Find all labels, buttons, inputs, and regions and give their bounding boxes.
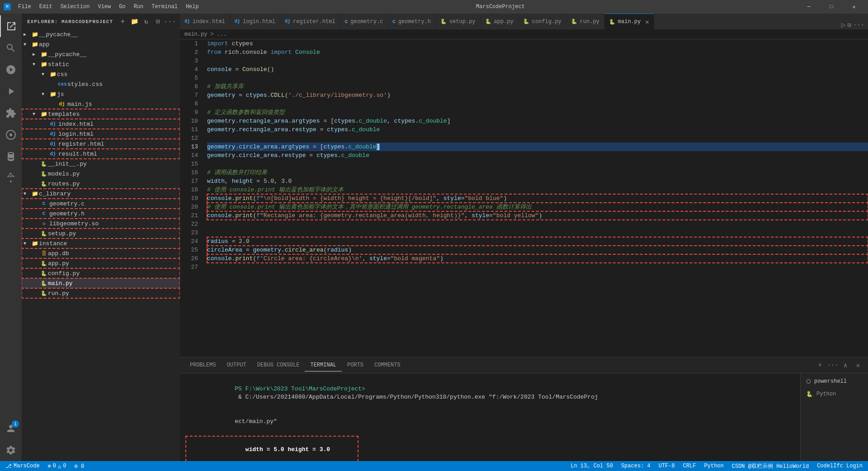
tree-item-init-py[interactable]: 🐍 __init__.py	[22, 159, 180, 169]
menu-selection[interactable]: Selection	[57, 3, 94, 11]
tree-item-models-py[interactable]: 🐍 models.py	[22, 169, 180, 179]
status-branch[interactable]: ⎇ MarsCode	[4, 461, 42, 471]
minimize-button[interactable]: ─	[798, 0, 819, 14]
menu-view[interactable]: View	[94, 3, 114, 11]
ln-9: 9	[180, 108, 198, 117]
terminal-list-powershell[interactable]: ⬡ powershell	[801, 375, 868, 388]
tree-item-geometry-h[interactable]: C geometry.h	[22, 209, 180, 219]
tree-item-run-py[interactable]: 🐍 run.py	[22, 288, 180, 298]
tree-item-templates[interactable]: ▼ 📁 templates	[22, 109, 180, 119]
activity-database[interactable]	[0, 146, 22, 167]
activity-search[interactable]	[0, 37, 22, 59]
activity-source-control[interactable]	[0, 59, 22, 81]
tree-item-js[interactable]: ▼ 📁 js	[22, 89, 180, 99]
activity-settings[interactable]	[0, 439, 22, 461]
maximize-button[interactable]: □	[821, 0, 842, 14]
maximize-panel-button[interactable]: ∧	[840, 360, 851, 371]
tree-item-instance[interactable]: ▼ 📁 instance	[22, 238, 180, 248]
tree-item-app-py[interactable]: 🐍 app.py	[22, 258, 180, 268]
panel-tab-output[interactable]: OUTPUT	[222, 359, 252, 371]
tree-item-styles-css[interactable]: css styles.css	[22, 79, 180, 89]
panel-tab-debug-console[interactable]: DEBUG CONSOLE	[252, 359, 305, 371]
new-file-button[interactable]: +	[118, 17, 127, 26]
tab-main-py[interactable]: 🐍 main.py ✕	[604, 14, 654, 29]
status-info[interactable]: ⚙ 0	[72, 461, 86, 471]
terminal-list-python[interactable]: 🐍 Python	[801, 388, 868, 400]
tab-geometry-h[interactable]: C geometry.h	[388, 14, 436, 29]
panel-tab-problems[interactable]: PROBLEMS	[184, 359, 222, 371]
status-codelifc[interactable]: CodelIfc Login	[815, 461, 864, 471]
refresh-button[interactable]: ↻	[142, 17, 151, 26]
status-cursor-pos[interactable]: Ln 13, Col 50	[569, 461, 615, 471]
menu-file[interactable]: File	[14, 3, 35, 11]
close-panel-button[interactable]: ✕	[853, 360, 863, 371]
activity-run-debug[interactable]	[0, 81, 22, 102]
tree-item-app-pycache[interactable]: ▶ 📁 __pycache__	[22, 49, 180, 59]
tree-item-pycache[interactable]: ▶ 📁 __pycache__	[22, 29, 180, 39]
menu-run[interactable]: Run	[130, 3, 147, 11]
tree-item-config-py[interactable]: 🐍 config.py	[22, 268, 180, 278]
tab-geometry-c[interactable]: C geometry.c	[340, 14, 388, 29]
run-button[interactable]: ▷	[841, 20, 846, 29]
tree-item-main-py[interactable]: 🐍 main.py	[22, 278, 180, 288]
ln-27: 27	[180, 263, 198, 271]
tree-item-c-library[interactable]: ▼ 📁 c_library	[22, 189, 180, 199]
split-editor-button[interactable]: ⊟	[847, 21, 851, 29]
file-label: css	[57, 71, 67, 78]
tab-login-html[interactable]: dj login.html	[230, 14, 280, 29]
add-terminal-button[interactable]: +	[815, 360, 826, 371]
panel-tab-ports[interactable]: PORTS	[342, 359, 369, 371]
status-line-ending[interactable]: CRLF	[681, 461, 698, 471]
terminal-content[interactable]: PS F:\Work\2023 Tool\MarsCodeProject> & …	[180, 373, 800, 461]
tab-config-py[interactable]: 🐍 config.py	[519, 14, 566, 29]
tab-setup-py[interactable]: 🐍 setup.py	[436, 14, 481, 29]
tree-item-login-html[interactable]: dj login.html	[22, 129, 180, 139]
tab-close-button[interactable]: ✕	[645, 18, 649, 26]
menu-go[interactable]: Go	[115, 3, 129, 11]
tab-run-py[interactable]: 🐍 run.py	[566, 14, 604, 29]
menu-bar[interactable]: File Edit Selection View Go Run Terminal…	[14, 3, 203, 11]
panel-tab-comments[interactable]: COMMENTS	[369, 359, 406, 371]
code-editor[interactable]: 1 2 3 4 5 6 7 8 9 10 11 12 13 14 15 16 1	[180, 39, 868, 357]
tree-item-app[interactable]: ▼ 📁 app	[22, 39, 180, 49]
new-folder-button[interactable]: 📁	[130, 17, 139, 26]
collapse-all-button[interactable]: ⊟	[154, 17, 163, 26]
more-panel-actions-button[interactable]: ···	[827, 360, 838, 371]
tab-app-py[interactable]: 🐍 app.py	[481, 14, 519, 29]
activity-extensions[interactable]	[0, 102, 22, 124]
activity-account[interactable]: 1	[0, 418, 22, 439]
tree-item-app-db[interactable]: 🗄 app.db	[22, 248, 180, 258]
status-spaces[interactable]: Spaces: 4	[619, 461, 652, 471]
tree-item-result-html[interactable]: dj result.html	[22, 149, 180, 159]
more-tab-actions-button[interactable]: ···	[853, 21, 864, 29]
folder-icon: 📁	[31, 240, 39, 247]
tab-label: login.html	[243, 19, 275, 25]
tree-item-main-js[interactable]: dj main.js	[22, 99, 180, 109]
tree-item-static[interactable]: ▼ 📁 static	[22, 59, 180, 69]
status-language[interactable]: Python	[703, 461, 726, 471]
close-button[interactable]: ✕	[844, 0, 864, 14]
menu-edit[interactable]: Edit	[36, 3, 56, 11]
status-csdn[interactable]: CSDN @双栏示例 HelloWorld	[730, 461, 811, 471]
tree-item-routes-py[interactable]: 🐍 routes.py	[22, 179, 180, 189]
menu-help[interactable]: Help	[182, 3, 203, 11]
activity-explorer[interactable]	[0, 15, 22, 37]
tree-item-libgeometry-so[interactable]: ⚙ libgeometry.so	[22, 219, 180, 228]
tab-index-html[interactable]: dj index.html	[180, 14, 230, 29]
tree-item-register-html[interactable]: dj register.html	[22, 139, 180, 149]
status-errors[interactable]: ⊗ 0 △ 0	[46, 461, 68, 471]
activity-remote[interactable]	[0, 124, 22, 146]
tab-register-html[interactable]: dj register.html	[280, 14, 340, 29]
panel-tab-terminal[interactable]: TERMINAL	[305, 359, 342, 371]
ln-12: 12	[180, 134, 198, 143]
menu-terminal[interactable]: Terminal	[148, 3, 181, 11]
tree-item-index-html[interactable]: dj index.html	[22, 119, 180, 129]
more-actions-button[interactable]: ···	[165, 17, 175, 26]
file-label: geometry.h	[49, 210, 85, 217]
activity-test[interactable]	[0, 167, 22, 189]
tree-item-geometry-c[interactable]: C geometry.c	[22, 199, 180, 209]
tree-item-setup-py[interactable]: 🐍 setup.py	[22, 228, 180, 238]
status-encoding[interactable]: UTF-8	[657, 461, 677, 471]
code-content[interactable]: import ctypes from rich.console import C…	[203, 39, 868, 357]
tree-item-css[interactable]: ▼ 📁 css	[22, 69, 180, 79]
